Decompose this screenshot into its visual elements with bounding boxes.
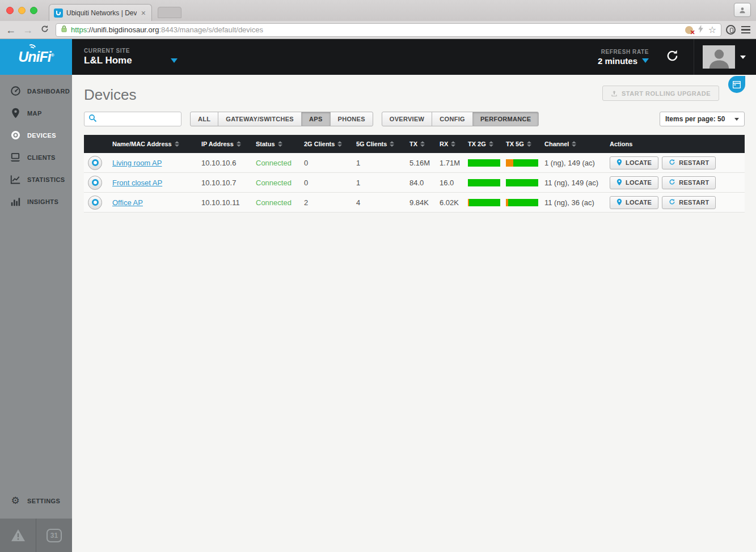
sort-icon[interactable]	[337, 141, 342, 147]
site-name: L&L Home	[84, 55, 132, 66]
minimize-window-button[interactable]	[18, 7, 26, 14]
view-tab-config[interactable]: CONFIG	[432, 112, 473, 126]
ap-device-icon[interactable]	[88, 196, 102, 210]
column-header-channel[interactable]: Channel	[544, 141, 610, 147]
sidebar-item-insights[interactable]: INSIGHTS	[0, 190, 72, 213]
sidebar-item-map[interactable]: MAP	[0, 102, 72, 124]
locate-button[interactable]: LOCATE	[610, 176, 658, 189]
filter-tab-gateway-switches[interactable]: GATEWAY/SWITCHES	[218, 112, 302, 126]
ap-device-icon[interactable]	[88, 176, 102, 190]
warning-triangle-icon	[11, 529, 26, 542]
column-header-name-mac-address[interactable]: Name/MAC Address	[112, 141, 201, 147]
app-header-bar: CURRENT SITE L&L Home REFRESH RATE 2 min…	[72, 39, 756, 75]
rx-value: 16.0	[440, 179, 468, 187]
sort-icon[interactable]	[390, 141, 394, 147]
properties-panel-toggle[interactable]	[728, 76, 745, 93]
locate-button[interactable]: LOCATE	[610, 156, 658, 169]
sidebar: DASHBOARDMAPDEVICESCLIENTSSTATISTICSINSI…	[0, 75, 72, 552]
sort-icon[interactable]	[236, 141, 241, 147]
sidebar-item-clients[interactable]: CLIENTS	[0, 146, 72, 168]
search-box[interactable]	[84, 112, 181, 126]
tab-close-icon[interactable]: ×	[140, 9, 147, 17]
ap-device-icon[interactable]	[88, 156, 102, 170]
reload-button[interactable]	[39, 24, 51, 35]
back-button[interactable]: ←	[5, 25, 17, 35]
password-extension-icon[interactable]	[726, 25, 736, 35]
view-tab-performance[interactable]: PERFORMANCE	[472, 112, 539, 126]
bookmark-star-icon[interactable]: ☆	[708, 26, 716, 35]
filter-tab-aps[interactable]: APS	[301, 112, 331, 126]
zoom-window-button[interactable]	[30, 7, 37, 14]
column-header-ip-address[interactable]: IP Address	[201, 141, 256, 147]
column-header-tx-2g[interactable]: TX 2G	[468, 141, 506, 147]
column-header-rx[interactable]: RX	[440, 141, 468, 147]
filter-tab-all[interactable]: ALL	[190, 112, 218, 126]
account-menu-chevron-icon[interactable]	[740, 56, 746, 59]
locate-button[interactable]: LOCATE	[610, 196, 658, 209]
browser-tab[interactable]: Ubiquiti Networks | Devices ×	[49, 4, 152, 21]
search-icon	[88, 114, 97, 125]
items-per-page-select[interactable]: Items per page: 50	[660, 112, 745, 126]
refresh-rate-selector[interactable]: REFRESH RATE 2 minutes	[598, 49, 649, 66]
column-header-status[interactable]: Status	[256, 141, 304, 147]
sort-icon[interactable]	[489, 141, 493, 147]
view-filter-group: OVERVIEWCONFIGPERFORMANCE	[382, 112, 539, 126]
column-header-2g-clients[interactable]: 2G Clients	[304, 141, 356, 147]
tx-2g-bar	[468, 159, 500, 167]
column-header-5g-clients[interactable]: 5G Clients	[356, 141, 409, 147]
start-rolling-upgrade-button[interactable]: START ROLLING UPGRADE	[602, 86, 719, 101]
tx-2g-bar	[468, 179, 500, 186]
device-name-link[interactable]: Front closet AP	[112, 179, 162, 187]
search-input[interactable]	[100, 115, 177, 123]
alerts-button[interactable]	[0, 519, 36, 552]
column-header-tx[interactable]: TX	[409, 141, 440, 147]
filter-tab-phones[interactable]: PHONES	[330, 112, 373, 126]
person-icon	[738, 6, 746, 14]
cookie-blocked-icon[interactable]	[685, 26, 693, 34]
chevron-down-icon[interactable]	[171, 58, 178, 63]
plugin-blocked-icon[interactable]	[698, 25, 703, 35]
restart-button[interactable]: RESTART	[662, 196, 716, 209]
sort-icon[interactable]	[527, 141, 531, 147]
close-window-button[interactable]	[6, 7, 14, 14]
divider	[694, 39, 694, 75]
clients-2g: 2	[304, 198, 356, 207]
new-tab-button[interactable]	[158, 7, 181, 18]
sidebar-item-label: DASHBOARD	[27, 88, 70, 95]
browser-profile-button[interactable]	[734, 3, 751, 17]
sidebar-item-statistics[interactable]: STATISTICS	[0, 168, 72, 190]
device-name-link[interactable]: Living room AP	[112, 159, 162, 167]
sidebar-item-devices[interactable]: DEVICES	[0, 124, 72, 146]
avatar[interactable]	[703, 45, 735, 69]
locate-pin-icon	[616, 179, 622, 187]
sort-icon[interactable]	[175, 141, 179, 147]
sort-icon[interactable]	[278, 141, 282, 147]
view-tab-overview[interactable]: OVERVIEW	[382, 112, 433, 126]
restart-button[interactable]: RESTART	[662, 156, 716, 169]
sidebar-item-dashboard[interactable]: DASHBOARD	[0, 80, 72, 102]
site-selector[interactable]: CURRENT SITE L&L Home	[84, 48, 178, 66]
address-bar[interactable]: https://unifi.bigdinosaur.org:8443/manag…	[56, 23, 721, 37]
browser-menu-icon[interactable]	[740, 25, 751, 35]
device-type-filter-group: ALLGATEWAY/SWITCHESAPSPHONES	[190, 112, 373, 126]
tx-value: 5.16M	[409, 159, 440, 167]
chevron-down-icon[interactable]	[642, 58, 649, 63]
refresh-rate-value: 2 minutes	[598, 56, 637, 66]
sort-icon[interactable]	[420, 141, 425, 147]
column-header-tx-5g[interactable]: TX 5G	[506, 141, 544, 147]
clients-5g: 1	[356, 179, 409, 187]
clients-2g: 0	[304, 159, 356, 167]
rx-value: 1.71M	[440, 159, 468, 167]
sidebar-item-settings[interactable]: ⚙ SETTINGS	[0, 490, 72, 512]
device-name-link[interactable]: Office AP	[112, 198, 143, 207]
column-header-actions: Actions	[610, 141, 745, 147]
events-button[interactable]: 31	[36, 519, 72, 552]
ubiquiti-favicon-icon	[54, 9, 63, 18]
refresh-now-icon[interactable]	[666, 49, 679, 65]
restart-button[interactable]: RESTART	[662, 176, 716, 189]
sidebar-bottom-bar: 31	[0, 519, 72, 552]
sort-icon[interactable]	[451, 141, 455, 147]
device-status: Connected	[256, 179, 304, 187]
sort-icon[interactable]	[572, 141, 576, 147]
sidebar-item-label: CLIENTS	[27, 154, 56, 161]
